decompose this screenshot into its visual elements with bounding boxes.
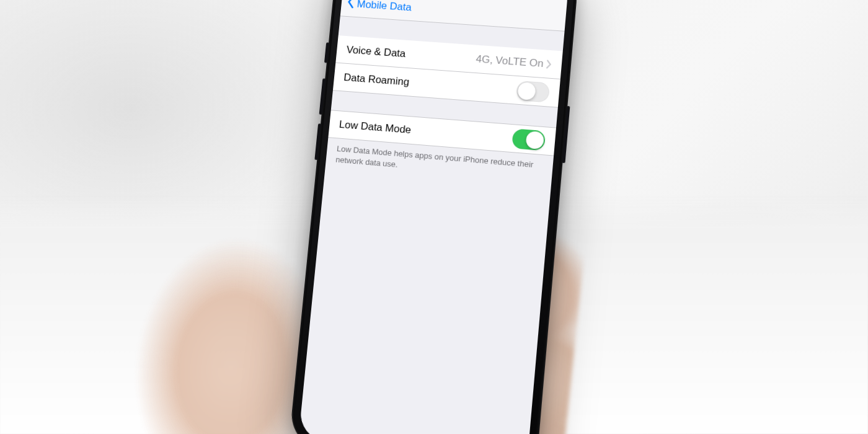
back-label: Mobile Data bbox=[356, 0, 412, 14]
chevron-right-icon bbox=[546, 60, 552, 68]
row-label: Voice & Data bbox=[346, 43, 477, 64]
toggle-knob bbox=[517, 82, 536, 100]
phone-frame: 10:37 bbox=[289, 0, 578, 434]
row-value-text: 4G, VoLTE On bbox=[476, 53, 544, 69]
toggle-knob bbox=[525, 131, 544, 149]
data-roaming-toggle[interactable] bbox=[516, 80, 550, 102]
phone-screen: 10:37 bbox=[298, 0, 569, 434]
chevron-left-icon bbox=[345, 0, 355, 12]
settings-content: Voice & Data 4G, VoLTE On Data Roaming bbox=[298, 16, 564, 434]
back-button[interactable]: Mobile Data bbox=[345, 0, 412, 16]
row-value: 4G, VoLTE On bbox=[476, 53, 552, 70]
row-label: Data Roaming bbox=[343, 71, 518, 96]
mute-switch bbox=[324, 42, 329, 63]
low-data-mode-toggle[interactable] bbox=[512, 128, 546, 151]
